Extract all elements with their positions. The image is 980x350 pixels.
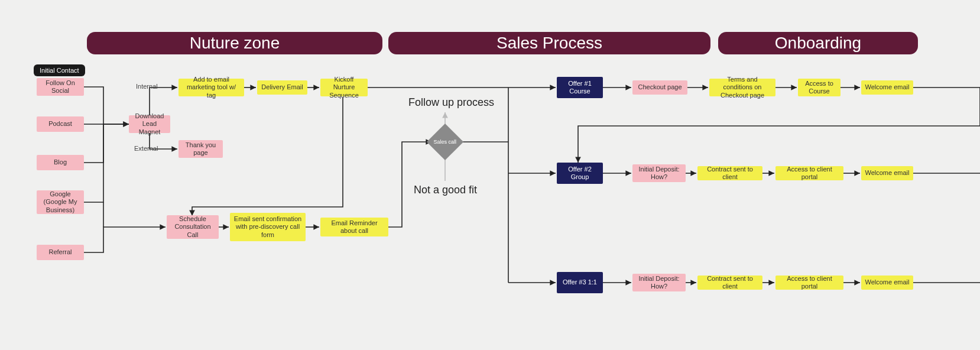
box-welcome-email-3: Welcome email — [861, 276, 913, 290]
box-kickoff-nurture: Kickoff Nurture Sequence — [320, 79, 368, 96]
box-offer-1: Offer #1 Course — [557, 77, 603, 98]
label-not-good-fit: Not a good fit — [414, 184, 477, 196]
box-terms-conditions: Terms and conditions on Checkout page — [709, 79, 775, 96]
box-access-course: Access to Course — [798, 79, 841, 96]
box-schedule-call: Schedule Consultation Call — [167, 215, 219, 239]
box-reminder-email: Email Reminder about call — [320, 218, 388, 236]
box-contract-3: Contract sent to client — [697, 276, 762, 290]
box-portal-2: Access to client portal — [775, 166, 843, 180]
zone-header-nurture: Nuture zone — [87, 32, 382, 54]
label-internal: Internal — [136, 83, 158, 90]
box-welcome-email-1: Welcome email — [861, 80, 913, 95]
box-add-email-tool: Add to email marketing tool w/ tag — [179, 79, 244, 96]
zone-header-sales: Sales Process — [388, 32, 710, 54]
box-delivery-email: Delivery Email — [257, 80, 307, 95]
source-follow-social: Follow On Social — [37, 78, 84, 96]
tag-initial-contact: Initial Contact — [34, 64, 85, 76]
box-checkout-page: Checkout page — [632, 80, 687, 95]
source-podcast: Podcast — [37, 116, 84, 132]
zone-header-onboarding: Onboarding — [718, 32, 918, 54]
box-offer-2: Offer #2 Group — [557, 163, 603, 184]
decision-sales-call-label: Sales call — [434, 140, 457, 145]
source-referral: Referral — [37, 245, 84, 260]
box-deposit-3: Initial Deposit: How? — [632, 274, 686, 291]
box-deposit-2: Initial Deposit: How? — [632, 164, 686, 182]
box-portal-3: Access to client portal — [775, 276, 843, 290]
box-confirmation-email: Email sent confirmation with pre-discove… — [230, 213, 306, 241]
label-external: External — [134, 145, 158, 152]
box-contract-2: Contract sent to client — [697, 166, 762, 180]
decision-sales-call: Sales call — [427, 124, 463, 160]
label-follow-up: Follow up process — [408, 96, 494, 109]
box-download-lead-magnet: Download Lead Magnet — [129, 115, 170, 133]
box-offer-3: Offer #3 1:1 — [557, 272, 603, 293]
source-google: Google (Google My Business) — [37, 190, 84, 214]
source-blog: Blog — [37, 155, 84, 170]
box-thank-you: Thank you page — [179, 140, 223, 158]
box-welcome-email-2: Welcome email — [861, 166, 913, 180]
